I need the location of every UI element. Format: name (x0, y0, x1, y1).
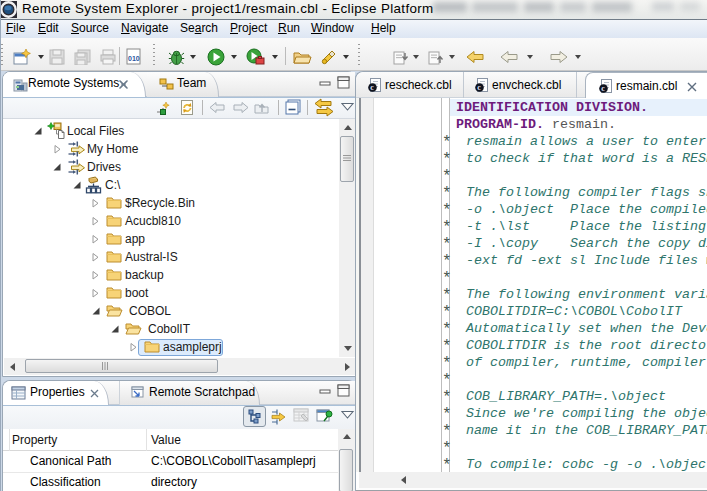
svg-text:c: c (370, 83, 374, 92)
svg-text:c: c (601, 84, 605, 93)
svg-text:010: 010 (128, 55, 140, 62)
svg-text:c: c (477, 83, 481, 92)
